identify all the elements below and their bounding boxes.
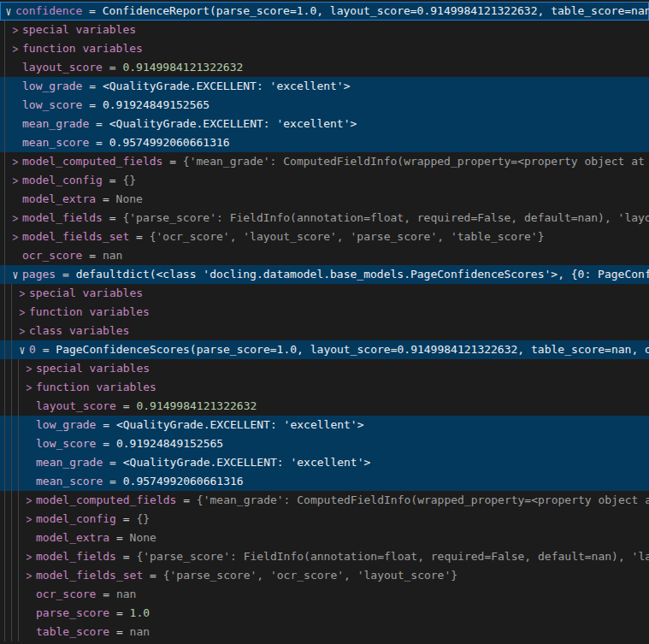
- variable-row[interactable]: > function variables: [0, 303, 649, 322]
- chevron-expanded-icon[interactable]: ∨: [2, 2, 15, 21]
- variable-row[interactable]: > class variables: [0, 322, 649, 340]
- variable-name: low_score: [22, 96, 82, 115]
- variable-name: layout_score: [36, 397, 116, 416]
- chevron-collapsed-icon[interactable]: >: [22, 359, 35, 378]
- chevron-collapsed-icon[interactable]: >: [22, 566, 35, 585]
- equals-sign: =: [89, 115, 109, 133]
- equals-sign: =: [162, 152, 182, 171]
- variable-row[interactable]: > function variables: [0, 39, 649, 58]
- variable-row[interactable]: > model_config = {}: [0, 171, 649, 190]
- variable-row[interactable]: > model_fields = {'parse_score': FieldIn…: [0, 547, 649, 566]
- variable-row[interactable]: ocr_score = nan: [0, 585, 649, 604]
- equals-sign: =: [176, 491, 196, 510]
- variable-row[interactable]: layout_score = 0.9149984121322632: [0, 58, 649, 77]
- variable-row[interactable]: low_grade = <QualityGrade.EXCELLENT: 'ex…: [0, 416, 649, 434]
- equals-sign: =: [129, 227, 149, 246]
- variable-row[interactable]: > model_computed_fields = {'mean_grade':…: [0, 491, 649, 510]
- variable-name: model_fields_set: [22, 227, 129, 246]
- variable-value: PageConfidenceScores(parse_score=1.0, la…: [56, 340, 649, 359]
- variable-value: 0.9149984121322632: [136, 397, 257, 416]
- chevron-collapsed-icon[interactable]: >: [15, 284, 28, 303]
- variable-value: nan: [116, 585, 136, 604]
- chevron-expanded-icon[interactable]: ∨: [15, 340, 28, 359]
- chevron-collapsed-icon[interactable]: >: [22, 378, 35, 397]
- debug-variables-panel: ∨ confidence = ConfidenceReport(parse_sc…: [0, 0, 649, 644]
- chevron-collapsed-icon[interactable]: >: [22, 547, 35, 566]
- variable-name: low_score: [36, 434, 96, 453]
- equals-sign: =: [116, 397, 136, 416]
- variable-name: low_grade: [36, 416, 96, 434]
- variable-value: {'parse_score': FieldInfo(annotation=flo…: [136, 547, 649, 566]
- variable-row[interactable]: mean_grade = <QualityGrade.EXCELLENT: 'e…: [0, 453, 649, 472]
- variable-row[interactable]: layout_score = 0.9149984121322632: [0, 397, 649, 416]
- variable-value: {'mean_grade': ComputedFieldInfo(wrapped…: [197, 491, 649, 510]
- variable-row[interactable]: ∨ confidence = ConfidenceReport(parse_sc…: [0, 2, 649, 21]
- variable-name: model_config: [36, 510, 116, 529]
- equals-sign: =: [82, 2, 102, 21]
- variable-value: {'mean_grade': ComputedFieldInfo(wrapped…: [183, 152, 649, 171]
- variable-row[interactable]: > special variables: [0, 284, 649, 303]
- chevron-expanded-icon[interactable]: ∨: [9, 265, 21, 284]
- variable-row[interactable]: model_extra = None: [0, 190, 649, 209]
- variable-row[interactable]: ∨ pages = defaultdict(<class 'docling.da…: [0, 265, 649, 284]
- variable-value: <QualityGrade.EXCELLENT: 'excellent'>: [109, 115, 357, 133]
- equals-sign: =: [103, 453, 122, 472]
- variable-row[interactable]: > model_fields = {'parse_score': FieldIn…: [0, 209, 649, 227]
- equals-sign: =: [82, 77, 102, 96]
- variable-value: 0.91924849152565: [103, 96, 209, 115]
- chevron-collapsed-icon[interactable]: >: [22, 510, 35, 529]
- variable-name: function variables: [36, 378, 156, 397]
- variable-value: {'ocr_score', 'layout_score', 'parse_sco…: [150, 227, 545, 246]
- chevron-collapsed-icon[interactable]: >: [9, 21, 21, 39]
- chevron-collapsed-icon[interactable]: >: [9, 227, 21, 246]
- variable-name: model_computed_fields: [36, 491, 176, 510]
- variable-row[interactable]: > model_fields_set = {'parse_score', 'oc…: [0, 566, 649, 585]
- variable-row[interactable]: low_grade = <QualityGrade.EXCELLENT: 'ex…: [0, 77, 649, 96]
- variable-row[interactable]: > model_fields_set = {'ocr_score', 'layo…: [0, 227, 649, 246]
- variable-name: model_fields: [22, 209, 103, 227]
- variable-name: special variables: [22, 21, 136, 39]
- variable-row[interactable]: low_score = 0.91924849152565: [0, 96, 649, 115]
- equals-sign: =: [116, 510, 136, 529]
- variable-row[interactable]: > function variables: [0, 378, 649, 397]
- variable-name: function variables: [22, 39, 143, 58]
- variable-row[interactable]: ocr_score = nan: [0, 246, 649, 265]
- variable-name: special variables: [29, 284, 143, 303]
- variable-row[interactable]: table_score = nan: [0, 623, 649, 641]
- variable-row[interactable]: > model_computed_fields = {'mean_grade':…: [0, 152, 649, 171]
- variable-row[interactable]: mean_grade = <QualityGrade.EXCELLENT: 'e…: [0, 115, 649, 133]
- variable-name: mean_score: [22, 133, 89, 152]
- variable-name: ocr_score: [22, 246, 82, 265]
- variable-row[interactable]: low_score = 0.91924849152565: [0, 434, 649, 453]
- variable-name: model_fields_set: [36, 566, 143, 585]
- equals-sign: =: [103, 171, 122, 190]
- equals-sign: =: [103, 209, 122, 227]
- equals-sign: =: [143, 566, 162, 585]
- chevron-collapsed-icon[interactable]: >: [9, 171, 21, 190]
- chevron-collapsed-icon[interactable]: >: [22, 491, 35, 510]
- variable-name: parse_score: [36, 604, 109, 623]
- variable-value: nan: [130, 623, 150, 641]
- chevron-collapsed-icon[interactable]: >: [9, 39, 21, 58]
- chevron-collapsed-icon[interactable]: >: [9, 209, 21, 227]
- variable-row[interactable]: parse_score = 1.0: [0, 604, 649, 623]
- equals-sign: =: [82, 96, 102, 115]
- chevron-collapsed-icon[interactable]: >: [15, 303, 28, 322]
- chevron-collapsed-icon[interactable]: >: [9, 152, 21, 171]
- variable-name: model_fields: [36, 547, 116, 566]
- chevron-collapsed-icon[interactable]: >: [15, 322, 28, 340]
- variable-value: ConfidenceReport(parse_score=1.0, layout…: [103, 2, 649, 21]
- equals-sign: =: [103, 472, 122, 491]
- variable-row[interactable]: ∨ 0 = PageConfidenceScores(parse_score=1…: [0, 340, 649, 359]
- variable-row[interactable]: model_extra = None: [0, 529, 649, 547]
- variable-row[interactable]: mean_score = 0.9574992060661316: [0, 472, 649, 491]
- variable-row[interactable]: > model_config = {}: [0, 510, 649, 529]
- variable-name: table_score: [36, 623, 109, 641]
- variable-value: None: [130, 529, 156, 547]
- variable-name: confidence: [15, 2, 82, 21]
- variable-row[interactable]: > special variables: [0, 21, 649, 39]
- variable-row[interactable]: > special variables: [0, 359, 649, 378]
- variable-name: pages: [22, 265, 56, 284]
- variable-row[interactable]: mean_score = 0.9574992060661316: [0, 133, 649, 152]
- variable-value: 0.9149984121322632: [122, 58, 243, 77]
